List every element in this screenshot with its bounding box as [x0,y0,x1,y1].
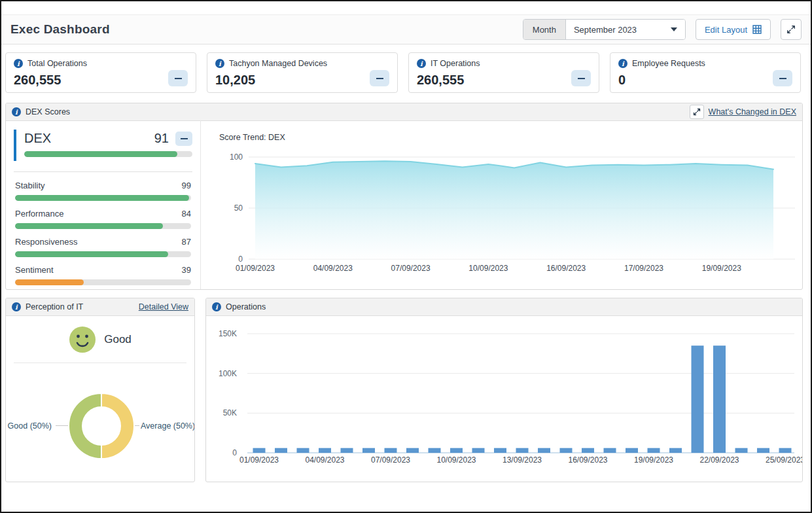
kpi-label: Total Operations [27,59,87,68]
info-icon[interactable] [12,302,21,311]
svg-text:0: 0 [238,255,243,264]
dex-score-label: DEX [24,131,154,146]
info-icon[interactable] [618,59,627,68]
svg-text:19/09/2023: 19/09/2023 [634,455,673,465]
detailed-view-link[interactable]: Detailed View [139,302,188,311]
whats-changed-link[interactable]: What's Changed in DEX [709,107,796,116]
perception-donut-chart [62,387,141,465]
subscore-label: Stability [15,181,45,190]
dex-score-summary: DEX 91 Stability 99 [6,120,201,289]
svg-text:07/09/2023: 07/09/2023 [371,455,410,465]
svg-text:04/09/2023: 04/09/2023 [313,264,353,273]
perception-of-it-panel: Perception of IT Detailed View Good Good… [5,298,195,482]
subscore-value: 87 [182,237,191,247]
info-icon[interactable] [212,302,221,311]
panel-title: DEX Scores [26,107,70,116]
svg-text:04/09/2023: 04/09/2023 [305,455,344,465]
subscore-bar [15,223,163,229]
dashboard-header: Exec Dashboard Month September 2023 Edit… [1,15,811,44]
expand-dex-panel-button[interactable] [690,105,704,119]
subscore-row-responsiveness: Responsiveness 87 [14,230,192,258]
minus-icon [578,78,585,79]
kpi-card-employee-requests: Employee Requests 0 [610,52,801,93]
panel-title: Perception of IT [26,302,83,311]
donut-label-good: Good (50%) [8,421,52,431]
expand-icon [693,108,701,116]
svg-text:22/09/2023: 22/09/2023 [699,455,739,465]
kpi-card-tachyon-managed-devices: Tachyon Managed Devices 10,205 [207,52,398,93]
kpi-row: Total Operations 260,555 Tachyon Managed… [5,52,801,93]
info-icon[interactable] [417,59,426,68]
fullscreen-button[interactable] [781,19,802,40]
header-controls: Month September 2023 Edit Layout [523,19,802,40]
dex-trend-chart: 05010001/09/202304/09/202307/09/202310/0… [201,120,802,288]
subscore-label: Sentiment [15,265,54,275]
kpi-value: 260,555 [417,73,591,88]
collapse-tile-button[interactable] [773,70,792,86]
subscore-bar [15,195,189,201]
info-icon[interactable] [215,59,224,68]
svg-text:13/09/2023: 13/09/2023 [503,455,542,465]
kpi-label: Tachyon Managed Devices [229,59,327,68]
subscore-value: 84 [182,209,191,219]
donut-label-average: Average (50%) [141,421,195,431]
kpi-card-total-operations: Total Operations 260,555 [5,52,196,93]
dex-main-score-card: DEX 91 [14,130,192,161]
info-icon[interactable] [12,107,21,116]
svg-text:16/09/2023: 16/09/2023 [568,455,607,465]
subscore-row-performance: Performance 84 [14,202,192,230]
kpi-card-it-operations: IT Operations 260,555 [408,52,599,93]
chevron-down-icon [671,27,677,31]
kpi-label: IT Operations [431,59,480,68]
operations-panel-header: Operations [206,298,802,316]
dex-score-value: 91 [154,131,169,146]
subscore-bar [15,279,84,285]
kpi-value: 10,205 [215,73,389,88]
info-icon[interactable] [14,59,23,68]
divider [14,363,186,363]
svg-text:25/09/2023: 25/09/2023 [766,455,802,465]
svg-text:100: 100 [230,152,243,162]
minus-icon [376,78,383,79]
subscore-row-stability: Stability 99 [14,173,192,202]
svg-text:10/09/2023: 10/09/2023 [436,455,476,465]
collapse-tile-button[interactable] [370,70,389,86]
perception-panel-header: Perception of IT Detailed View [6,298,194,316]
period-dropdown[interactable]: September 2023 [566,20,685,39]
collapse-tile-button[interactable] [571,70,591,86]
collapse-tile-button[interactable] [168,70,188,86]
subscore-row-sentiment: Sentiment 39 [14,258,192,286]
svg-text:19/09/2023: 19/09/2023 [702,264,741,273]
subscore-value: 39 [182,265,191,275]
operations-bar-chart: 050K100K150K01/09/202304/09/202307/09/20… [206,315,802,472]
svg-text:0: 0 [232,448,237,457]
top-strip [1,1,811,15]
dex-subscores: Stability 99 Performance 84 Responsivene… [14,171,192,286]
minus-icon [779,78,786,79]
perception-status-label: Good [104,333,132,346]
dex-scores-panel: DEX Scores What's Changed in DEX DEX 91 [5,103,803,290]
svg-text:100K: 100K [219,369,237,378]
operations-panel: Operations 050K100K150K01/09/202304/09/2… [205,298,803,482]
edit-layout-label: Edit Layout [705,25,747,35]
svg-text:50: 50 [234,203,243,213]
page-title: Exec Dashboard [10,22,110,37]
expand-icon [786,25,796,34]
period-granularity-button[interactable]: Month [523,20,566,39]
perception-status: Good [6,326,194,353]
dex-scores-panel-header: DEX Scores What's Changed in DEX [6,103,802,121]
donut-connector [56,425,68,426]
svg-text:10/09/2023: 10/09/2023 [468,264,508,273]
collapse-dex-button[interactable] [175,132,192,146]
exec-dashboard-window: Exec Dashboard Month September 2023 Edit… [0,0,812,513]
period-selector: Month September 2023 [523,19,686,40]
svg-text:01/09/2023: 01/09/2023 [236,264,275,273]
svg-text:150K: 150K [219,329,237,338]
edit-layout-button[interactable]: Edit Layout [696,19,771,40]
kpi-value: 0 [618,73,792,88]
subscore-bar [15,251,168,257]
grid-icon [752,25,762,34]
svg-text:01/09/2023: 01/09/2023 [239,455,279,465]
svg-text:07/09/2023: 07/09/2023 [391,264,431,273]
svg-text:17/09/2023: 17/09/2023 [624,264,663,273]
